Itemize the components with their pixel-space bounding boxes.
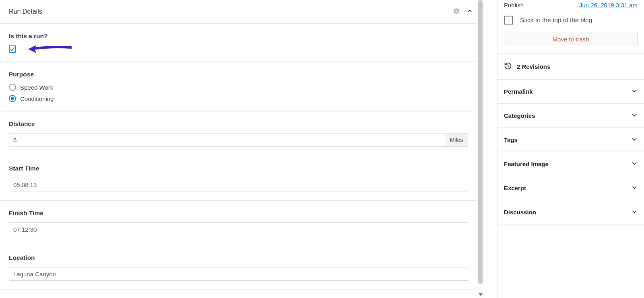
sidebar: Publish Jun 26, 2019 3:31 am Stick to th…	[497, 0, 644, 298]
chevron-down-icon	[631, 88, 638, 95]
distance-input-wrap: Miles	[9, 133, 468, 147]
accordion-discussion[interactable]: Discussion	[497, 200, 644, 224]
chevron-down-icon	[631, 184, 638, 192]
scrollbar-track[interactable]	[477, 0, 484, 298]
radio-circle-icon	[9, 84, 16, 91]
sidebar-revisions[interactable]: 2 Revisions	[497, 54, 644, 80]
panel-header: Run Details	[0, 0, 477, 24]
svg-marker-0	[479, 293, 483, 296]
label-is-run: Is this a run?	[9, 33, 468, 40]
label-sticky: Stick to the top of the blog	[520, 16, 592, 24]
chevron-down-icon	[631, 112, 638, 119]
revisions-text: 2 Revisions	[517, 63, 550, 70]
label-location: Location	[9, 254, 468, 261]
scrollbar-down-icon[interactable]	[477, 292, 484, 297]
accordion-label: Featured Image	[504, 160, 549, 167]
label-finish-time: Finish Time	[9, 210, 468, 217]
input-distance[interactable]	[9, 133, 445, 147]
chevron-up-icon[interactable]	[466, 8, 473, 16]
accordion-excerpt[interactable]: Excerpt	[497, 176, 644, 200]
sidebar-publish-row: Publish Jun 26, 2019 3:31 am	[497, 0, 644, 16]
accordion-label: Discussion	[504, 209, 536, 216]
section-finish-time: Finish Time	[0, 201, 477, 245]
radio-group-purpose: Speed Work Conditioning	[9, 84, 468, 102]
scrollbar-thumb[interactable]	[478, 0, 483, 284]
panel-content: Run Details Is this a run? Purpose	[0, 0, 484, 290]
panel-title: Run Details	[9, 8, 42, 15]
chevron-down-icon	[631, 160, 638, 168]
checkbox-sticky[interactable]	[504, 16, 513, 25]
panel-header-actions	[453, 8, 477, 16]
main-editor-area: Run Details Is this a run? Purpose	[0, 0, 484, 298]
gear-icon[interactable]	[453, 8, 460, 16]
chevron-down-icon	[631, 136, 638, 144]
accordion-categories[interactable]: Categories	[497, 104, 644, 128]
radio-conditioning[interactable]: Conditioning	[9, 95, 468, 102]
history-icon	[504, 62, 512, 71]
section-location: Location	[0, 245, 477, 290]
section-distance: Distance Miles	[0, 111, 477, 156]
radio-label: Speed Work	[20, 84, 53, 91]
accordion-label: Excerpt	[504, 185, 526, 191]
input-location[interactable]	[9, 267, 468, 281]
section-start-time: Start Time	[0, 156, 477, 201]
section-purpose: Purpose Speed Work Conditioning	[0, 62, 477, 111]
input-start-time[interactable]	[9, 178, 468, 191]
sidebar-publish-label: Publish	[504, 2, 524, 8]
accordion-label: Permalink	[504, 88, 533, 95]
chevron-down-icon	[631, 208, 638, 216]
accordion-label: Tags	[504, 136, 518, 143]
radio-label: Conditioning	[20, 95, 54, 102]
sidebar-sticky-row[interactable]: Stick to the top of the blog	[497, 16, 644, 32]
accordion-featured-image[interactable]: Featured Image	[497, 152, 644, 176]
accordion-tags[interactable]: Tags	[497, 128, 644, 152]
checkbox-is-run[interactable]	[9, 45, 16, 53]
input-finish-time[interactable]	[9, 222, 468, 236]
label-distance: Distance	[9, 120, 468, 127]
accordion-label: Categories	[504, 112, 535, 119]
section-is-run: Is this a run?	[0, 24, 477, 62]
move-to-trash-button[interactable]: Move to trash	[504, 32, 638, 46]
radio-circle-icon	[9, 95, 16, 102]
accordion-permalink[interactable]: Permalink	[497, 80, 644, 104]
label-distance-unit: Miles	[445, 133, 468, 147]
sidebar-publish-link[interactable]: Jun 26, 2019 3:31 am	[579, 2, 638, 8]
radio-speed-work[interactable]: Speed Work	[9, 84, 468, 91]
layout-gap	[484, 0, 497, 298]
label-purpose: Purpose	[9, 71, 468, 78]
label-start-time: Start Time	[9, 165, 468, 172]
